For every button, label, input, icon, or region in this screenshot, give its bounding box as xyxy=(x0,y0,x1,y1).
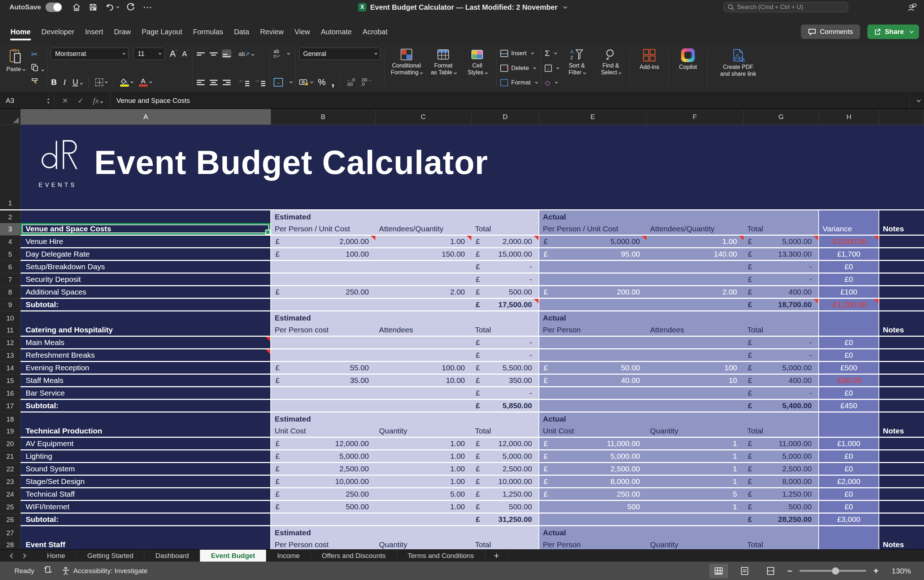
cell-D11[interactable]: Total xyxy=(471,324,539,336)
cell-D22[interactable]: £2,500.00 xyxy=(471,463,539,475)
cell-E17[interactable] xyxy=(539,400,646,412)
cell-B27[interactable]: Estimated xyxy=(271,526,376,539)
column-header-a[interactable]: A xyxy=(21,109,271,125)
cell-A28[interactable]: Event Staff xyxy=(21,539,271,549)
cell-I18[interactable] xyxy=(879,412,924,425)
cell-H18[interactable] xyxy=(819,412,879,425)
cell-G24[interactable]: £1,250.00 xyxy=(743,488,819,500)
clear-button[interactable]: ◇ xyxy=(545,76,558,89)
redo-icon[interactable] xyxy=(126,3,135,12)
cell-I27[interactable] xyxy=(879,526,924,539)
row-header-21[interactable]: 21 xyxy=(0,450,21,463)
cell-C27[interactable] xyxy=(376,526,471,539)
cell-A23[interactable]: Stage/Set Design xyxy=(21,476,271,487)
cell-H5[interactable]: £1,700 xyxy=(819,248,879,260)
cell-G11[interactable]: Total xyxy=(743,324,819,336)
cell-C4[interactable]: 1.00 xyxy=(376,236,471,247)
cell-G22[interactable]: £2,500.00 xyxy=(743,463,819,475)
cell-G8[interactable]: £400.00 xyxy=(743,286,819,298)
cell-G20[interactable]: £11,000.00 xyxy=(743,438,819,449)
cell-A15[interactable]: Staff Meals xyxy=(21,375,271,386)
cell-C19[interactable]: Quantity xyxy=(376,425,471,437)
cell-D24[interactable]: £1,250.00 xyxy=(471,488,539,500)
cell-H9[interactable]: -£1,200.00 xyxy=(819,299,879,310)
cell-E7[interactable] xyxy=(539,274,646,285)
cell-E27[interactable]: Actual xyxy=(539,526,646,539)
row-header-8[interactable]: 8 xyxy=(0,286,21,299)
ribbon-tab-formulas[interactable]: Formulas xyxy=(188,25,229,41)
orientation-button[interactable]: ab↗ xyxy=(239,51,254,58)
cell-D18[interactable] xyxy=(471,412,539,425)
cell-B21[interactable]: £5,000.00 xyxy=(271,450,376,462)
cell-E16[interactable] xyxy=(539,387,646,399)
autosave-toggle[interactable] xyxy=(46,3,62,12)
delete-cells-button[interactable]: × Delete xyxy=(500,62,537,75)
cell-C22[interactable]: 1.00 xyxy=(376,463,471,475)
cell-A26[interactable]: Subtotal: xyxy=(21,514,271,525)
cell-D10[interactable] xyxy=(471,311,539,324)
cell-B6[interactable] xyxy=(271,261,376,272)
cell-A2[interactable] xyxy=(21,211,271,223)
cell-H25[interactable]: £0 xyxy=(819,501,879,512)
fill-button[interactable]: ↓ xyxy=(545,62,558,75)
row-header-4[interactable]: 4 xyxy=(0,236,21,248)
cell-G16[interactable]: £- xyxy=(743,387,819,399)
cell-G6[interactable]: £- xyxy=(743,261,819,272)
cell-B12[interactable] xyxy=(271,337,376,348)
cell-B3[interactable]: Per Person / Unit Cost xyxy=(271,223,376,235)
autosum-button[interactable]: Σ xyxy=(545,47,558,60)
cell-F14[interactable]: 100 xyxy=(646,362,743,374)
increase-decimal-button[interactable]: ←.0.00 xyxy=(346,78,355,87)
borders-button[interactable] xyxy=(95,78,107,86)
cell-D28[interactable]: Total xyxy=(471,539,539,549)
selection-mode-icon[interactable] xyxy=(44,565,52,576)
fill-color-button[interactable] xyxy=(120,78,132,87)
cell-G28[interactable]: Total xyxy=(743,539,819,549)
cell-F25[interactable]: 1 xyxy=(646,501,743,512)
column-header-f[interactable]: F xyxy=(646,109,743,125)
title-menu-chevron[interactable] xyxy=(563,5,567,9)
cell-D13[interactable]: £- xyxy=(471,349,539,361)
cell-I11[interactable]: Notes xyxy=(879,324,924,336)
cell-E9[interactable] xyxy=(539,299,646,310)
search-input[interactable]: Search (Cmd + Ctrl + U) xyxy=(724,2,848,12)
cell-B2[interactable]: Estimated xyxy=(271,211,376,223)
row-header-2[interactable]: 2 xyxy=(0,211,21,224)
cell-C20[interactable]: 1.00 xyxy=(376,438,471,449)
cell-I6[interactable] xyxy=(879,261,924,272)
cell-I9[interactable] xyxy=(879,299,924,310)
cell-F23[interactable]: 1 xyxy=(646,476,743,487)
cell-D2[interactable] xyxy=(471,211,539,223)
cell-F24[interactable]: 5 xyxy=(646,488,743,500)
zoom-out-button[interactable]: − xyxy=(787,566,792,576)
align-left-icon[interactable] xyxy=(196,78,205,87)
cell-I7[interactable] xyxy=(879,274,924,285)
row-header-5[interactable]: 5 xyxy=(0,248,21,261)
cell-A5[interactable]: Day Delegate Rate xyxy=(21,248,271,260)
cell-D27[interactable] xyxy=(471,526,539,539)
sheet-nav-prev-icon[interactable] xyxy=(10,553,15,558)
cell-B8[interactable]: £250.00 xyxy=(271,286,376,298)
find-select-chevron[interactable] xyxy=(619,71,621,74)
cell-G25[interactable]: £500.00 xyxy=(743,501,819,512)
font-color-button[interactable]: A xyxy=(139,78,151,87)
cell-I8[interactable] xyxy=(879,286,924,298)
cell-D15[interactable]: £350.00 xyxy=(471,375,539,386)
column-header-partial[interactable] xyxy=(879,109,924,125)
cell-F20[interactable]: 1 xyxy=(646,438,743,449)
cell-A22[interactable]: Sound System xyxy=(21,463,271,475)
cell-D26[interactable]: £31,250.00 xyxy=(471,514,539,525)
row-header-7[interactable]: 7 xyxy=(0,274,21,286)
cell-F11[interactable]: Attendees xyxy=(646,324,743,336)
cell-B20[interactable]: £12,000.00 xyxy=(271,438,376,449)
cell-E19[interactable]: Unit Cost xyxy=(539,425,646,437)
cell-G10[interactable] xyxy=(743,311,819,324)
orientation-chevron[interactable] xyxy=(251,53,254,56)
cell-A12[interactable]: Main Meals xyxy=(21,337,271,348)
sheet-tab-event-budget[interactable]: Event Budget xyxy=(200,550,266,562)
row-header-25[interactable]: 25 xyxy=(0,501,21,514)
cell-I17[interactable] xyxy=(879,400,924,412)
row-header-19[interactable]: 19 xyxy=(0,425,21,438)
wrap-text-button[interactable]: abc↩ xyxy=(273,48,292,60)
add-sheet-button[interactable]: + xyxy=(485,550,508,562)
